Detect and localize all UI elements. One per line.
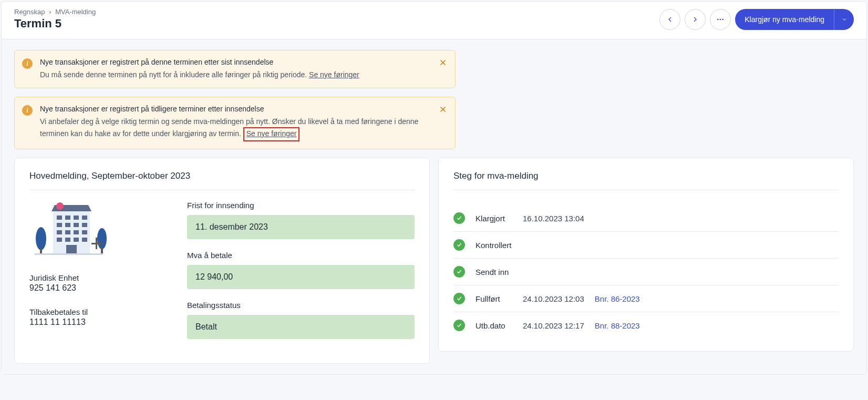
step-controlled: Kontrollert [453, 232, 839, 259]
svg-rect-14 [57, 223, 62, 227]
step-date: 24.10.2023 12:03 [523, 294, 584, 303]
info-icon: i [22, 58, 33, 69]
see-new-postings-link[interactable]: Se nye føringer [309, 70, 359, 79]
page-title: Termin 5 [14, 17, 96, 30]
refund-account-label: Tilbakebetales til [29, 307, 166, 316]
entity-column: Juridisk Enhet 925 141 623 Tilbakebetale… [29, 201, 166, 351]
step-label: Kontrollert [476, 241, 512, 250]
close-alert-button[interactable] [438, 105, 448, 114]
alert-body-text: Du må sende denne terminen på nytt for å… [40, 70, 309, 79]
svg-point-0 [717, 18, 719, 20]
alert-body: Vi anbefaler deg å velge riktig termin o… [40, 116, 432, 141]
main-report-body: Juridisk Enhet 925 141 623 Tilbakebetale… [29, 201, 415, 351]
step-payout-date: Utb.dato 24.10.2023 12:17 Bnr. 88-2023 [453, 312, 839, 339]
svg-rect-17 [82, 223, 87, 227]
refund-account-value: 1111 11 11113 [29, 317, 166, 327]
prepare-vat-button-label[interactable]: Klargjør ny mva-melding [735, 9, 834, 30]
step-label: Sendt inn [476, 268, 512, 276]
alert-title: Nye transaksjoner er registrert på tidli… [40, 105, 432, 113]
close-icon [438, 58, 448, 67]
main-report-card: Hovedmelding, September-oktober 2023 [14, 158, 430, 364]
svg-rect-10 [57, 216, 62, 220]
deadline-value: 11. desember 2023 [187, 215, 415, 239]
payment-status-label: Betalingsstatus [187, 301, 415, 310]
voucher-link[interactable]: Bnr. 86-2023 [595, 294, 640, 303]
steps-list: Klargjort 16.10.2023 13:04 Kontrollert S… [453, 205, 839, 339]
header-actions: Klargjør ny mva-melding [659, 9, 854, 30]
amounts-column: Frist for innsending 11. desember 2023 M… [187, 201, 415, 351]
payment-status-value: Betalt [187, 315, 415, 339]
alert-title: Nye transaksjoner er registrert på denne… [40, 58, 359, 66]
close-alert-button[interactable] [438, 58, 448, 67]
svg-point-9 [56, 202, 64, 210]
alert-body-text: Vi anbefaler deg å velge riktig termin o… [40, 117, 418, 138]
svg-rect-21 [82, 230, 87, 234]
page-header: Regnskap › MVA-melding Termin 5 Klargjør… [2, 2, 866, 39]
alert-text: Nye transaksjoner er registrert på tidli… [40, 105, 432, 141]
breadcrumb-item[interactable]: MVA-melding [55, 8, 96, 16]
svg-rect-24 [74, 238, 79, 242]
svg-rect-29 [35, 253, 103, 255]
alert-body: Du må sende denne terminen på nytt for å… [40, 69, 359, 80]
svg-rect-11 [65, 216, 70, 220]
svg-rect-6 [101, 247, 103, 254]
refund-account-block: Tilbakebetales til 1111 11 11113 [29, 307, 166, 327]
svg-rect-16 [74, 223, 79, 227]
chevron-down-icon [841, 16, 848, 23]
arrow-left-icon [666, 15, 674, 24]
svg-rect-18 [57, 230, 62, 234]
step-label: Fullført [476, 294, 512, 303]
svg-rect-19 [65, 230, 70, 234]
vat-to-pay-value: 12 940,00 [187, 265, 415, 289]
panels: Hovedmelding, September-oktober 2023 [14, 158, 854, 364]
svg-point-1 [720, 18, 721, 20]
check-icon [453, 212, 465, 224]
previous-button[interactable] [659, 9, 680, 30]
step-label: Klargjort [476, 214, 512, 223]
page-content: i Nye transaksjoner er registrert på den… [2, 39, 866, 374]
step-label: Utb.dato [476, 321, 512, 330]
voucher-link[interactable]: Bnr. 88-2023 [595, 321, 640, 330]
payment-status-block: Betalingsstatus Betalt [187, 301, 415, 339]
check-icon [453, 239, 465, 251]
svg-point-3 [36, 227, 46, 250]
main-report-title: Hovedmelding, September-oktober 2023 [29, 171, 415, 190]
next-button[interactable] [685, 9, 706, 30]
check-icon [453, 320, 465, 331]
svg-rect-28 [96, 238, 97, 249]
legal-entity-value: 925 141 623 [29, 283, 166, 293]
check-icon [453, 266, 465, 278]
svg-rect-26 [66, 245, 77, 254]
more-horizontal-icon [716, 15, 725, 24]
alert-current-term: i Nye transaksjoner er registrert på den… [14, 50, 456, 88]
legal-entity-label: Juridisk Enhet [29, 273, 166, 282]
more-button[interactable] [710, 9, 731, 30]
deadline-label: Frist for innsending [187, 201, 415, 210]
alert-previous-terms: i Nye transaksjoner er registrert på tid… [14, 97, 456, 149]
step-date: 16.10.2023 13:04 [523, 214, 584, 223]
svg-rect-22 [57, 238, 62, 242]
arrow-right-icon [691, 15, 699, 24]
check-icon [453, 293, 465, 304]
close-icon [438, 105, 448, 114]
svg-rect-25 [82, 238, 87, 242]
breadcrumb-separator: › [49, 8, 51, 16]
step-sent: Sendt inn [453, 259, 839, 285]
steps-title: Steg for mva-melding [453, 171, 839, 190]
svg-rect-23 [65, 238, 70, 242]
svg-rect-15 [65, 223, 70, 227]
vat-to-pay-block: Mva å betale 12 940,00 [187, 251, 415, 289]
breadcrumb: Regnskap › MVA-melding [14, 8, 96, 16]
breadcrumb-item[interactable]: Regnskap [14, 8, 45, 16]
alert-text: Nye transaksjoner er registrert på denne… [40, 58, 359, 80]
vat-to-pay-label: Mva å betale [187, 251, 415, 260]
prepare-vat-button[interactable]: Klargjør ny mva-melding [735, 9, 854, 30]
svg-rect-12 [74, 216, 79, 220]
svg-rect-13 [82, 216, 87, 220]
svg-point-5 [97, 228, 107, 249]
info-icon: i [22, 105, 33, 116]
prepare-vat-dropdown[interactable] [834, 9, 854, 30]
svg-point-2 [722, 18, 724, 20]
building-illustration [29, 201, 108, 259]
see-new-postings-link[interactable]: Se nye føringer [243, 127, 300, 141]
